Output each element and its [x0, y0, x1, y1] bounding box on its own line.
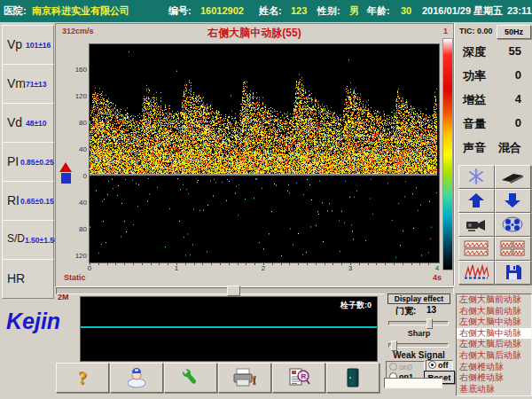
artery-list: 左侧大脑前动脉 右侧大脑前动脉 左侧大脑中动脉 右侧大脑中动脉 左侧大脑后动脉 … — [456, 293, 532, 396]
gate-width-label: 门宽: — [395, 305, 416, 317]
sd-value: 1.50±1.50 — [25, 236, 59, 245]
velocity-colorbar — [442, 38, 453, 270]
help-button[interactable]: ? — [56, 363, 109, 393]
age-value: 30 — [401, 0, 411, 22]
depth-value: 55 — [509, 44, 521, 58]
film-reel-icon — [499, 215, 526, 233]
vp-label: Vp — [7, 37, 22, 51]
svg-text:R: R — [301, 372, 307, 380]
artery-item-selected[interactable]: 右侧大脑中动脉 — [457, 328, 531, 340]
patient-info-bar: 医院: 南京科进实业有限公司 编号: 16012902 姓名: 123 性别: … — [0, 0, 532, 22]
cine-playback-button[interactable] — [495, 213, 531, 237]
ri-label: RI — [7, 193, 20, 207]
frequency-button[interactable]: 50Hz — [497, 25, 531, 39]
age-label: 年龄: — [367, 0, 390, 22]
spectrum-waveform-icon — [463, 263, 489, 281]
vm-value: 71±13 — [26, 80, 47, 89]
x-tick: 3 — [346, 264, 355, 272]
gain-label: 增益 — [463, 92, 486, 108]
x-tick: 4 — [433, 264, 442, 272]
patient-id-label: 编号: — [168, 0, 192, 22]
y-tick: 40 — [67, 145, 87, 153]
vp-value: 101±16 — [26, 41, 51, 50]
tools-button[interactable] — [164, 363, 217, 393]
doppler-spectrum-display — [89, 43, 440, 263]
tcd-application-window: 医院: 南京科进实业有限公司 编号: 16012902 姓名: 123 性别: … — [0, 0, 532, 399]
param-cell-pi: PI 0.85±0.25 — [2, 142, 54, 182]
vd-value: 48±10 — [26, 119, 47, 128]
hospital-name: 南京科进实业有限公司 — [32, 0, 129, 22]
x-tick: 2 — [259, 264, 268, 272]
weak-signal-label: Weak Signal — [384, 350, 454, 360]
freeze-button[interactable] — [458, 165, 495, 189]
volume-value: 0 — [515, 116, 521, 129]
param-cell-sd: S/D 1.50±1.50 — [2, 220, 54, 260]
wrench-icon — [177, 367, 204, 388]
ri-value: 0.65±0.15 — [20, 197, 54, 206]
control-panel: TIC: 0.00 50Hz 深度 55 功率 0 增益 4 音量 0 声音 混… — [453, 23, 532, 286]
quad-trace-icon — [499, 239, 526, 257]
artery-item[interactable]: 左侧椎动脉 — [457, 362, 531, 373]
spectrum-canvas — [90, 44, 437, 261]
artery-item[interactable]: 基底动脉 — [457, 384, 531, 395]
param-cell-vp: Vp 101±16 — [2, 25, 54, 65]
sharp-slider[interactable] — [388, 343, 449, 348]
time-scrollbar-thumb[interactable] — [227, 286, 240, 296]
artery-item[interactable]: 右侧椎动脉 — [457, 372, 531, 384]
tic-readout: TIC: 0.00 — [459, 27, 493, 35]
artery-item[interactable]: 左侧大脑前动脉 — [457, 294, 531, 306]
artery-item[interactable]: 左侧大脑后动脉 — [457, 339, 531, 350]
display-effect-panel: Display effect 门宽: 13 Sharp Weak Signal … — [384, 293, 454, 383]
mmode-display: 栓子数:0 — [80, 296, 378, 362]
power-label: 功率 — [463, 68, 486, 84]
print-button[interactable] — [218, 363, 271, 393]
emboli-count: 栓子数:0 — [340, 300, 372, 311]
artery-title: 右侧大脑中动脉(55) — [56, 26, 453, 41]
arrow-down-button[interactable] — [495, 189, 531, 213]
sound-label: 声音 — [463, 140, 486, 156]
gate-width-slider-thumb[interactable] — [426, 318, 433, 329]
exit-button[interactable] — [326, 363, 379, 393]
x-tick: 1 — [172, 264, 181, 272]
pi-label: PI — [7, 154, 19, 168]
patient-info-button[interactable] — [110, 363, 163, 393]
layout-dual-button[interactable] — [458, 237, 495, 261]
artery-item[interactable]: 右侧大脑后动脉 — [457, 350, 531, 362]
pi-value: 0.85±0.25 — [20, 158, 54, 167]
record-button[interactable] — [458, 213, 495, 237]
artery-item[interactable]: 左侧大脑中动脉 — [457, 317, 531, 328]
dual-trace-icon — [463, 239, 489, 257]
status-strip — [384, 378, 442, 388]
save-button[interactable] — [495, 261, 531, 285]
direction-block-icon — [61, 173, 71, 184]
vd-label: Vd — [7, 115, 22, 129]
artery-item[interactable]: 右侧大脑前动脉 — [457, 306, 531, 317]
snowflake-icon — [463, 168, 489, 185]
report-button[interactable]: R — [272, 363, 325, 393]
y-tick: 160 — [67, 66, 87, 74]
gate-width-slider[interactable] — [388, 321, 449, 325]
radio-on0[interactable]: on0 — [389, 363, 412, 372]
date-text: 2016/01/29 星期五 — [422, 0, 503, 22]
flow-direction-marker — [59, 162, 72, 184]
radio-on0-icon — [389, 363, 397, 371]
patient-name-label: 姓名: — [259, 0, 282, 22]
arrow-up-button[interactable] — [458, 189, 495, 213]
floppy-disk-icon — [499, 263, 526, 281]
param-cell-hr: HR — [2, 259, 54, 299]
patient-name: 123 — [291, 0, 307, 22]
power-value: 0 — [515, 68, 521, 82]
y-tick: 40 — [67, 199, 87, 207]
envelope-trace-button[interactable] — [495, 165, 531, 189]
envelope-icon — [499, 168, 526, 185]
time-text: 23:11:54 — [507, 0, 532, 22]
spectrum-mode-button[interactable] — [458, 261, 495, 285]
sharp-label: Sharp — [384, 329, 454, 338]
arrow-down-icon — [499, 192, 526, 209]
layout-quad-button[interactable] — [495, 237, 531, 261]
sound-value: 混合 — [498, 140, 521, 156]
time-end-label: 4s — [433, 273, 442, 282]
param-cell-ri: RI 0.65±0.15 — [2, 181, 54, 221]
colorbar-top-label: 1 — [443, 27, 448, 35]
direction-arrow-up-icon — [59, 162, 72, 172]
